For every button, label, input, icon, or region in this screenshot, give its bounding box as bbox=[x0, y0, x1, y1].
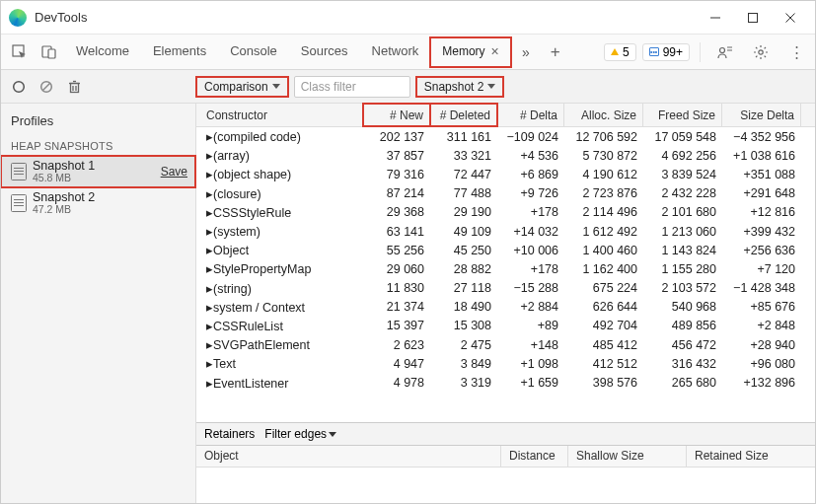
svg-point-9 bbox=[14, 81, 25, 92]
table-row[interactable]: ▸Object55 25645 250+10 0061 400 4601 143… bbox=[196, 241, 815, 259]
tab-welcome[interactable]: Welcome bbox=[64, 37, 141, 66]
warnings-pill[interactable]: 5 bbox=[604, 43, 636, 61]
svg-rect-12 bbox=[70, 83, 78, 92]
cell-deleted: 15 308 bbox=[430, 319, 497, 332]
cell-alloc: 675 224 bbox=[564, 281, 643, 295]
cell-delta: +178 bbox=[497, 205, 564, 219]
cell-alloc: 485 412 bbox=[564, 338, 643, 352]
table-row[interactable]: ▸system / Context21 37418 490+2 884626 6… bbox=[196, 298, 815, 317]
cell-constructor: ▸(system) bbox=[196, 224, 363, 239]
save-link[interactable]: Save bbox=[161, 165, 187, 179]
table-row[interactable]: ▸Text4 9473 849+1 098412 512316 432+96 0… bbox=[196, 354, 815, 373]
cell-new: 87 214 bbox=[363, 186, 430, 200]
inspect-icon[interactable] bbox=[7, 39, 33, 65]
cell-freed: 1 213 060 bbox=[643, 225, 722, 239]
kebab-icon[interactable]: ⋮ bbox=[783, 39, 809, 65]
snapshot-item-2[interactable]: Snapshot 2 47.2 MB bbox=[1, 187, 195, 219]
tab-console[interactable]: Console bbox=[218, 37, 289, 66]
cell-freed: 1 143 824 bbox=[643, 244, 722, 257]
delete-button[interactable] bbox=[62, 75, 86, 99]
messages-pill[interactable]: •••99+ bbox=[642, 43, 690, 61]
table-row[interactable]: ▸(system)63 14149 109+14 0321 612 4921 2… bbox=[196, 222, 815, 241]
table-row[interactable]: ▸(closure)87 21477 488+9 7262 723 8762 4… bbox=[196, 184, 815, 203]
clear-button[interactable] bbox=[35, 75, 58, 99]
tab-memory[interactable]: Memory × bbox=[430, 37, 511, 67]
cell-freed: 2 103 572 bbox=[643, 281, 722, 295]
add-tab-icon[interactable]: + bbox=[543, 39, 568, 65]
snapshot-item-1[interactable]: Snapshot 1 45.8 MB Save bbox=[1, 156, 195, 187]
cell-new: 37 857 bbox=[363, 149, 430, 163]
filter-edges-select[interactable]: Filter edges bbox=[264, 427, 336, 441]
device-icon[interactable] bbox=[37, 39, 62, 65]
col-alloc[interactable]: Alloc. Size bbox=[564, 104, 643, 126]
cell-delta: −109 024 bbox=[497, 130, 564, 144]
profiles-sidebar: Profiles HEAP SNAPSHOTS Snapshot 1 45.8 … bbox=[1, 104, 196, 503]
table-row[interactable]: ▸(string)11 83027 118−15 288675 2242 103… bbox=[196, 279, 815, 298]
maximize-button[interactable] bbox=[734, 4, 772, 32]
cell-deleted: 28 882 bbox=[430, 262, 497, 276]
cell-delta: +1 098 bbox=[497, 357, 564, 371]
feedback-icon[interactable] bbox=[712, 39, 738, 65]
tab-sources[interactable]: Sources bbox=[289, 37, 360, 66]
minimize-button[interactable] bbox=[697, 4, 734, 32]
cell-sdelta: +7 120 bbox=[722, 262, 801, 276]
cell-sdelta: +132 896 bbox=[722, 376, 801, 390]
memory-toolbar: Comparison Class filter Snapshot 2 bbox=[1, 70, 815, 104]
cell-deleted: 311 161 bbox=[430, 130, 497, 144]
table-row[interactable]: ▸(array)37 85733 321+4 5365 730 8724 692… bbox=[196, 146, 815, 165]
cell-freed: 265 680 bbox=[643, 376, 722, 390]
retainers-header: Object Distance Shallow Size Retained Si… bbox=[196, 446, 815, 468]
record-button[interactable] bbox=[7, 75, 31, 99]
table-row[interactable]: ▸StylePropertyMap29 06028 882+1781 162 4… bbox=[196, 259, 815, 278]
cell-new: 202 137 bbox=[363, 130, 430, 144]
table-row[interactable]: ▸(compiled code)202 137311 161−109 02412… bbox=[196, 127, 815, 146]
ret-col-retained[interactable]: Retained Size bbox=[687, 446, 815, 467]
settings-icon[interactable] bbox=[748, 39, 774, 65]
ret-col-distance[interactable]: Distance bbox=[501, 446, 568, 467]
cell-new: 4 978 bbox=[363, 376, 430, 390]
chevron-down-icon bbox=[487, 84, 495, 89]
table-row[interactable]: ▸CSSRuleList15 39715 308+89492 704489 85… bbox=[196, 317, 815, 335]
table-row[interactable]: ▸(object shape)79 31672 447+6 8694 190 6… bbox=[196, 165, 815, 183]
cell-freed: 540 968 bbox=[643, 300, 722, 314]
cell-sdelta: +2 848 bbox=[722, 319, 801, 332]
baseline-label: Snapshot 2 bbox=[424, 80, 484, 94]
cell-alloc: 1 162 400 bbox=[564, 262, 643, 276]
cell-sdelta: +28 940 bbox=[722, 338, 801, 352]
cell-deleted: 3 849 bbox=[430, 357, 497, 371]
cell-constructor: ▸Text bbox=[196, 356, 363, 371]
cell-delta: +6 869 bbox=[497, 168, 564, 181]
cell-deleted: 2 475 bbox=[430, 338, 497, 352]
cell-alloc: 626 644 bbox=[564, 300, 643, 314]
close-icon[interactable]: × bbox=[491, 43, 499, 59]
class-filter-input[interactable]: Class filter bbox=[294, 76, 410, 98]
window-title: DevTools bbox=[35, 10, 87, 25]
view-mode-select[interactable]: Comparison bbox=[196, 77, 288, 97]
baseline-select[interactable]: Snapshot 2 bbox=[416, 77, 504, 97]
cell-alloc: 1 400 460 bbox=[564, 244, 643, 257]
ret-col-shallow[interactable]: Shallow Size bbox=[568, 446, 687, 467]
tab-elements[interactable]: Elements bbox=[141, 37, 218, 66]
table-row[interactable]: ▸SVGPathElement2 6232 475+148485 412456 … bbox=[196, 335, 815, 354]
table-body[interactable]: ▸(compiled code)202 137311 161−109 02412… bbox=[196, 127, 815, 422]
col-constructor[interactable]: Constructor bbox=[196, 104, 363, 126]
cell-delta: +89 bbox=[497, 319, 564, 332]
devtools-tabbar: Welcome Elements Console Sources Network… bbox=[1, 35, 815, 70]
cell-delta: −15 288 bbox=[497, 281, 564, 295]
snapshot-size: 47.2 MB bbox=[33, 204, 95, 215]
cell-alloc: 5 730 872 bbox=[564, 149, 643, 163]
col-freed[interactable]: Freed Size bbox=[643, 104, 722, 126]
col-sizedelta[interactable]: Size Delta bbox=[722, 104, 801, 126]
more-tabs-icon[interactable]: » bbox=[513, 39, 539, 65]
cell-constructor: ▸StylePropertyMap bbox=[196, 261, 363, 276]
ret-col-object[interactable]: Object bbox=[196, 446, 501, 467]
close-button[interactable] bbox=[772, 4, 809, 32]
col-new[interactable]: # New bbox=[363, 104, 430, 126]
cell-constructor: ▸CSSStyleRule bbox=[196, 205, 363, 220]
tab-network[interactable]: Network bbox=[360, 37, 431, 66]
col-deleted[interactable]: # Deleted bbox=[430, 104, 497, 126]
col-delta[interactable]: # Delta bbox=[497, 104, 564, 126]
retainers-body bbox=[196, 468, 815, 503]
table-row[interactable]: ▸EventListener4 9783 319+1 659398 576265… bbox=[196, 373, 815, 392]
table-row[interactable]: ▸CSSStyleRule29 36829 190+1782 114 4962 … bbox=[196, 203, 815, 222]
